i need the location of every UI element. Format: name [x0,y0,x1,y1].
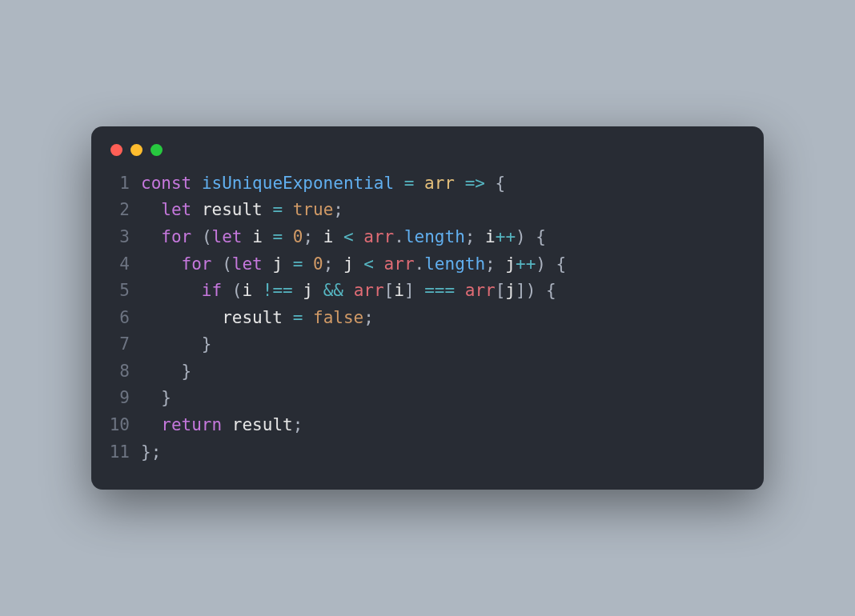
token: = [272,200,283,219]
code-line: 8 } [91,358,741,386]
code-line: 9 } [91,385,741,412]
line-content: let result = true; [141,197,343,224]
token [354,227,364,246]
token [293,281,303,300]
token: let [161,200,191,219]
token: !== [263,281,293,300]
line-content: }; [141,439,161,466]
zoom-icon[interactable] [151,144,163,156]
code-block: 1const isUniqueExponential = arr => {2 l… [91,170,764,466]
code-line: 2 let result = true; [91,197,741,224]
token [191,174,202,193]
token: = [404,174,415,193]
token: i [252,227,263,246]
line-number: 4 [91,251,141,278]
token: === [424,281,455,300]
line-content: return result; [141,412,303,439]
line-number: 7 [91,331,141,358]
token [455,281,465,300]
code-window: 1const isUniqueExponential = arr => {2 l… [91,126,764,490]
token: < [343,227,354,246]
token [283,227,293,246]
token [354,254,364,274]
line-content: const isUniqueExponential = arr => { [141,170,505,198]
token [374,254,384,274]
token [141,227,161,246]
token [242,227,252,246]
token: j [272,254,283,274]
token [313,281,323,300]
code-line: 1const isUniqueExponential = arr => { [91,170,741,198]
token [283,200,293,219]
line-content: result = false; [141,305,374,332]
line-number: 1 [91,170,141,198]
token: ; [363,308,374,327]
token: ++ [516,254,536,274]
token: ; [333,200,343,219]
line-number: 2 [91,197,141,224]
token: j [505,254,516,274]
token: isUniqueExponential [202,174,394,193]
token: i [323,227,334,246]
token [252,281,263,300]
code-line: 10 return result; [91,412,741,439]
token: for [161,227,191,246]
token: ; [293,415,303,434]
token: if [202,281,222,300]
token: for [182,254,212,274]
token: result [202,200,263,219]
line-number: 8 [91,358,141,386]
token: 0 [293,227,303,246]
token: arr [384,254,415,274]
code-line: 4 for (let j = 0; j < arr.length; j++) { [91,251,741,278]
token: ++ [496,227,516,246]
token: ] [404,281,424,300]
token: } [141,362,191,381]
close-icon[interactable] [110,144,122,156]
token: && [323,281,343,300]
line-content: } [141,331,212,358]
token: true [293,200,334,219]
line-number: 3 [91,224,141,251]
token: ( [222,281,242,300]
line-number: 11 [91,439,141,466]
minimize-icon[interactable] [130,144,142,156]
token: . [394,227,404,246]
token [141,200,161,219]
line-content: } [141,358,191,386]
token: ( [191,227,211,246]
token [283,308,293,327]
token: = [293,254,303,274]
token [141,281,202,300]
token: ; [485,254,505,274]
token: 0 [313,254,323,274]
token: = [272,227,283,246]
token: ; [323,254,343,274]
token [141,308,222,327]
token: ]) { [516,281,556,300]
token: length [424,254,485,274]
token [191,200,202,219]
token: ) { [516,227,546,246]
token [394,174,404,193]
line-content: } [141,385,171,412]
token [333,227,343,246]
token: = [293,308,303,327]
window-titlebar [91,144,764,170]
token [343,281,354,300]
code-line: 5 if (i !== j && arr[i] === arr[j]) { [91,278,741,305]
token: [ [496,281,506,300]
token [141,415,161,434]
token: => [465,174,485,193]
token: const [141,174,191,193]
line-number: 10 [91,412,141,439]
token [455,174,465,193]
code-line: 3 for (let i = 0; i < arr.length; i++) { [91,224,741,251]
token: false [313,308,363,327]
token: let [232,254,263,274]
token: i [394,281,404,300]
token: length [404,227,465,246]
token [414,174,424,193]
line-number: 6 [91,305,141,332]
token: arr [465,281,496,300]
